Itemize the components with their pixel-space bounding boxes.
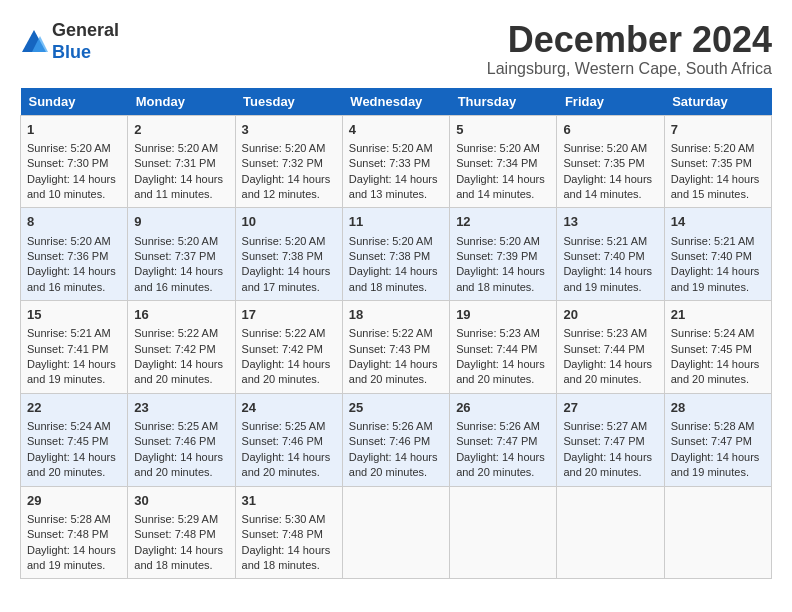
day-cell-28: 28Sunrise: 5:28 AMSunset: 7:47 PMDayligh… [664,393,771,486]
logo-blue: Blue [52,42,91,62]
day-info: Sunrise: 5:20 AMSunset: 7:33 PMDaylight:… [349,142,438,200]
day-info: Sunrise: 5:22 AMSunset: 7:43 PMDaylight:… [349,327,438,385]
day-number: 1 [27,121,121,139]
day-info: Sunrise: 5:27 AMSunset: 7:47 PMDaylight:… [563,420,652,478]
day-number: 20 [563,306,657,324]
day-number: 16 [134,306,228,324]
day-cell-4: 4Sunrise: 5:20 AMSunset: 7:33 PMDaylight… [342,115,449,208]
column-header-monday: Monday [128,88,235,116]
week-row-5: 29Sunrise: 5:28 AMSunset: 7:48 PMDayligh… [21,486,772,579]
column-header-thursday: Thursday [450,88,557,116]
week-row-2: 8Sunrise: 5:20 AMSunset: 7:36 PMDaylight… [21,208,772,301]
day-number: 24 [242,399,336,417]
day-number: 5 [456,121,550,139]
calendar-header-row: SundayMondayTuesdayWednesdayThursdayFrid… [21,88,772,116]
day-info: Sunrise: 5:20 AMSunset: 7:32 PMDaylight:… [242,142,331,200]
day-info: Sunrise: 5:22 AMSunset: 7:42 PMDaylight:… [242,327,331,385]
day-info: Sunrise: 5:25 AMSunset: 7:46 PMDaylight:… [242,420,331,478]
day-info: Sunrise: 5:20 AMSunset: 7:38 PMDaylight:… [242,235,331,293]
day-cell-5: 5Sunrise: 5:20 AMSunset: 7:34 PMDaylight… [450,115,557,208]
logo: General Blue [20,20,119,63]
day-number: 17 [242,306,336,324]
logo-general: General [52,20,119,40]
day-cell-24: 24Sunrise: 5:25 AMSunset: 7:46 PMDayligh… [235,393,342,486]
day-info: Sunrise: 5:21 AMSunset: 7:41 PMDaylight:… [27,327,116,385]
day-number: 28 [671,399,765,417]
day-number: 22 [27,399,121,417]
day-info: Sunrise: 5:22 AMSunset: 7:42 PMDaylight:… [134,327,223,385]
day-cell-15: 15Sunrise: 5:21 AMSunset: 7:41 PMDayligh… [21,301,128,394]
day-cell-8: 8Sunrise: 5:20 AMSunset: 7:36 PMDaylight… [21,208,128,301]
day-info: Sunrise: 5:24 AMSunset: 7:45 PMDaylight:… [671,327,760,385]
empty-cell [557,486,664,579]
day-cell-23: 23Sunrise: 5:25 AMSunset: 7:46 PMDayligh… [128,393,235,486]
day-info: Sunrise: 5:20 AMSunset: 7:30 PMDaylight:… [27,142,116,200]
week-row-3: 15Sunrise: 5:21 AMSunset: 7:41 PMDayligh… [21,301,772,394]
day-number: 4 [349,121,443,139]
day-number: 13 [563,213,657,231]
day-number: 3 [242,121,336,139]
day-number: 14 [671,213,765,231]
day-cell-11: 11Sunrise: 5:20 AMSunset: 7:38 PMDayligh… [342,208,449,301]
day-cell-17: 17Sunrise: 5:22 AMSunset: 7:42 PMDayligh… [235,301,342,394]
column-header-tuesday: Tuesday [235,88,342,116]
day-number: 27 [563,399,657,417]
day-info: Sunrise: 5:30 AMSunset: 7:48 PMDaylight:… [242,513,331,571]
day-number: 2 [134,121,228,139]
day-number: 8 [27,213,121,231]
day-info: Sunrise: 5:20 AMSunset: 7:34 PMDaylight:… [456,142,545,200]
day-cell-21: 21Sunrise: 5:24 AMSunset: 7:45 PMDayligh… [664,301,771,394]
logo-text: General Blue [52,20,119,63]
day-number: 12 [456,213,550,231]
day-cell-13: 13Sunrise: 5:21 AMSunset: 7:40 PMDayligh… [557,208,664,301]
day-number: 18 [349,306,443,324]
logo-icon [20,28,48,56]
day-cell-2: 2Sunrise: 5:20 AMSunset: 7:31 PMDaylight… [128,115,235,208]
day-cell-22: 22Sunrise: 5:24 AMSunset: 7:45 PMDayligh… [21,393,128,486]
day-number: 31 [242,492,336,510]
column-header-wednesday: Wednesday [342,88,449,116]
day-info: Sunrise: 5:20 AMSunset: 7:31 PMDaylight:… [134,142,223,200]
day-number: 15 [27,306,121,324]
day-cell-16: 16Sunrise: 5:22 AMSunset: 7:42 PMDayligh… [128,301,235,394]
week-row-4: 22Sunrise: 5:24 AMSunset: 7:45 PMDayligh… [21,393,772,486]
day-cell-29: 29Sunrise: 5:28 AMSunset: 7:48 PMDayligh… [21,486,128,579]
day-number: 6 [563,121,657,139]
day-cell-31: 31Sunrise: 5:30 AMSunset: 7:48 PMDayligh… [235,486,342,579]
day-info: Sunrise: 5:20 AMSunset: 7:38 PMDaylight:… [349,235,438,293]
day-number: 26 [456,399,550,417]
day-cell-27: 27Sunrise: 5:27 AMSunset: 7:47 PMDayligh… [557,393,664,486]
day-info: Sunrise: 5:20 AMSunset: 7:35 PMDaylight:… [671,142,760,200]
day-cell-3: 3Sunrise: 5:20 AMSunset: 7:32 PMDaylight… [235,115,342,208]
empty-cell [450,486,557,579]
day-info: Sunrise: 5:20 AMSunset: 7:39 PMDaylight:… [456,235,545,293]
day-number: 9 [134,213,228,231]
day-info: Sunrise: 5:23 AMSunset: 7:44 PMDaylight:… [456,327,545,385]
day-info: Sunrise: 5:28 AMSunset: 7:47 PMDaylight:… [671,420,760,478]
month-title: December 2024 [487,20,772,60]
day-number: 25 [349,399,443,417]
day-info: Sunrise: 5:21 AMSunset: 7:40 PMDaylight:… [563,235,652,293]
day-cell-1: 1Sunrise: 5:20 AMSunset: 7:30 PMDaylight… [21,115,128,208]
column-header-friday: Friday [557,88,664,116]
day-cell-14: 14Sunrise: 5:21 AMSunset: 7:40 PMDayligh… [664,208,771,301]
day-cell-20: 20Sunrise: 5:23 AMSunset: 7:44 PMDayligh… [557,301,664,394]
location-title: Laingsburg, Western Cape, South Africa [487,60,772,78]
day-cell-7: 7Sunrise: 5:20 AMSunset: 7:35 PMDaylight… [664,115,771,208]
empty-cell [342,486,449,579]
day-info: Sunrise: 5:26 AMSunset: 7:46 PMDaylight:… [349,420,438,478]
day-number: 7 [671,121,765,139]
day-cell-18: 18Sunrise: 5:22 AMSunset: 7:43 PMDayligh… [342,301,449,394]
day-number: 23 [134,399,228,417]
day-info: Sunrise: 5:20 AMSunset: 7:36 PMDaylight:… [27,235,116,293]
day-cell-25: 25Sunrise: 5:26 AMSunset: 7:46 PMDayligh… [342,393,449,486]
column-header-saturday: Saturday [664,88,771,116]
day-info: Sunrise: 5:24 AMSunset: 7:45 PMDaylight:… [27,420,116,478]
day-cell-19: 19Sunrise: 5:23 AMSunset: 7:44 PMDayligh… [450,301,557,394]
day-info: Sunrise: 5:21 AMSunset: 7:40 PMDaylight:… [671,235,760,293]
day-cell-10: 10Sunrise: 5:20 AMSunset: 7:38 PMDayligh… [235,208,342,301]
header: General Blue December 2024 Laingsburg, W… [20,20,772,78]
day-cell-30: 30Sunrise: 5:29 AMSunset: 7:48 PMDayligh… [128,486,235,579]
day-number: 11 [349,213,443,231]
title-area: December 2024 Laingsburg, Western Cape, … [487,20,772,78]
